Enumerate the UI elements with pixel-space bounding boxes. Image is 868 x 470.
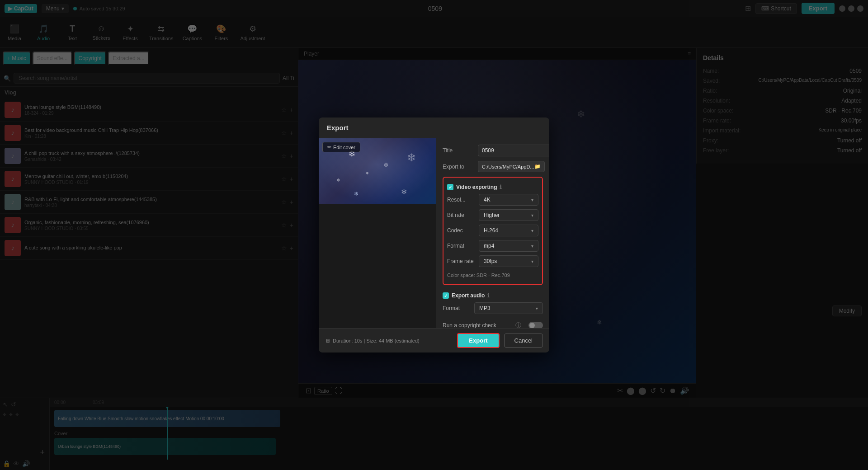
codec-chevron-icon: ▾ — [531, 228, 533, 233]
export-title-field: Title — [443, 145, 543, 156]
audio-format-chevron-icon: ▾ — [536, 306, 538, 311]
cancel-modal-button[interactable]: Cancel — [504, 334, 543, 348]
title-label: Title — [443, 147, 474, 154]
export-modal-body: ❄ ❄ ❄ ❄ ❄ ❄ ❄ ✏ Edit cover — [319, 138, 549, 328]
bitrate-row: Bit rate Higher ▾ — [447, 209, 538, 221]
video-info-icon: ℹ — [500, 184, 502, 190]
toggle-knob — [529, 323, 535, 328]
resolution-select[interactable]: 4K ▾ — [479, 194, 538, 206]
color-space-hint: Color space: SDR - Rec.709 — [447, 271, 538, 281]
video-checkbox[interactable]: ✓ — [447, 184, 453, 190]
resolution-row: Resol... 4K ▾ — [447, 194, 538, 206]
title-input[interactable] — [478, 145, 549, 156]
format-chevron-icon: ▾ — [531, 244, 533, 249]
bitrate-chevron-icon: ▾ — [531, 213, 533, 218]
audio-section: ✓ Export audio ℹ Format MP3 ▾ — [443, 290, 543, 318]
resolution-chevron-icon: ▾ — [531, 197, 533, 202]
audio-section-header: ✓ Export audio ℹ — [443, 292, 543, 299]
export-path-selector[interactable]: C:/Users/MyPC/AppD... 📁 — [478, 161, 545, 172]
audio-format-row: Format MP3 ▾ — [443, 302, 543, 314]
copyright-check-row: Run a copyright check ⓘ — [443, 321, 543, 328]
export-to-field: Export to C:/Users/MyPC/AppD... 📁 — [443, 161, 543, 172]
export-settings: Title Export to C:/Users/MyPC/AppD... 📁 … — [436, 138, 549, 328]
folder-icon: 📁 — [534, 164, 541, 169]
audio-format-select[interactable]: MP3 ▾ — [474, 302, 543, 314]
footer-info: 🖥 Duration: 10s | Size: 44 MB (estimated… — [325, 338, 420, 343]
framerate-row: Frame rate 30fps ▾ — [447, 255, 538, 267]
codec-select[interactable]: H.264 ▾ — [479, 225, 538, 236]
export-modal-header: Export — [319, 118, 549, 138]
framerate-chevron-icon: ▾ — [531, 259, 533, 264]
audio-info-icon: ℹ — [487, 292, 490, 299]
export-preview: ❄ ❄ ❄ ❄ ❄ ❄ ❄ ✏ Edit cover — [319, 138, 436, 328]
monitor-icon: 🖥 — [325, 338, 330, 343]
copyright-info-icon: ⓘ — [515, 321, 521, 328]
edit-cover-button[interactable]: ✏ Edit cover — [322, 142, 360, 152]
format-row: Format mp4 ▾ — [447, 240, 538, 252]
copyright-check-label: Run a copyright check — [443, 322, 512, 328]
footer-actions: Export Cancel — [457, 333, 543, 348]
bitrate-select[interactable]: Higher ▾ — [479, 209, 538, 221]
audio-checkbox[interactable]: ✓ — [443, 292, 449, 299]
format-select[interactable]: mp4 ▾ — [479, 240, 538, 252]
framerate-select[interactable]: 30fps ▾ — [479, 255, 538, 267]
export-preview-image: ❄ ❄ ❄ ❄ ❄ ❄ ❄ ✏ Edit cover — [319, 138, 436, 204]
modal-overlay: Export ❄ ❄ ❄ ❄ ❄ ❄ ❄ ✏ — [0, 0, 868, 470]
export-to-label: Export to — [443, 164, 474, 170]
copyright-toggle[interactable] — [528, 322, 543, 328]
video-settings-box: ✓ Video exporting ℹ Resol... 4K ▾ — [443, 177, 543, 285]
pencil-icon: ✏ — [327, 144, 331, 150]
video-section-header: ✓ Video exporting ℹ — [447, 184, 538, 190]
codec-row: Codec H.264 ▾ — [447, 225, 538, 236]
export-modal-button[interactable]: Export — [457, 333, 499, 348]
export-modal-footer: 🖥 Duration: 10s | Size: 44 MB (estimated… — [319, 328, 549, 352]
export-modal: Export ❄ ❄ ❄ ❄ ❄ ❄ ❄ ✏ — [319, 118, 549, 352]
